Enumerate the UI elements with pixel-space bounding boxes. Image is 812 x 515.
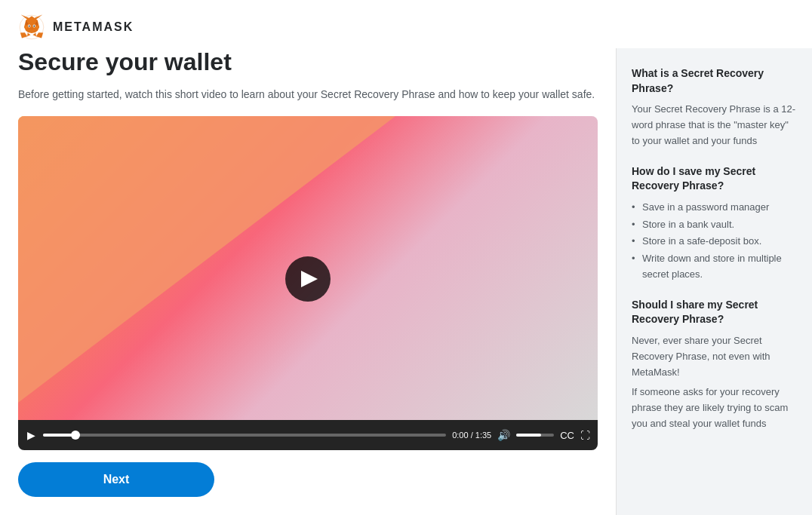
video-time-display: 0:00 / 1:35: [452, 431, 491, 440]
faq-section-what: What is a Secret Recovery Phrase? Your S…: [632, 66, 797, 149]
video-volume-fill: [516, 434, 541, 437]
faq-answer-share-2: If someone asks for your recovery phrase…: [632, 385, 797, 431]
faq-answer-share-1: Never, ever share your Secret Recovery P…: [632, 333, 797, 380]
faq-answer-what: Your Secret Recovery Phrase is a 12-word…: [632, 102, 797, 149]
faq-question-share: Should I share my Secret Recovery Phrase…: [632, 298, 797, 327]
video-play-button[interactable]: [285, 256, 331, 302]
page-title: Secure your wallet: [18, 48, 598, 76]
video-progress-thumb: [71, 431, 80, 440]
svg-marker-6: [27, 33, 30, 37]
video-cc-button[interactable]: CC: [560, 430, 574, 441]
metamask-logo-icon: [18, 14, 45, 41]
next-button[interactable]: Next: [18, 462, 214, 497]
left-panel: Secure your wallet Before getting starte…: [0, 48, 616, 515]
faq-section-share: Should I share my Secret Recovery Phrase…: [632, 298, 797, 432]
faq-list-how: Save in a password manager Store in a ba…: [632, 200, 797, 283]
video-controls-bar: ▶ 0:00 / 1:35 🔊 CC ⛶: [18, 420, 598, 450]
faq-section-how: How do I save my Secret Recovery Phrase?…: [632, 164, 797, 283]
list-item-safe-deposit: Store in a safe-deposit box.: [632, 234, 797, 250]
video-player[interactable]: ▶ 0:00 / 1:35 🔊 CC ⛶: [18, 116, 598, 450]
svg-marker-3: [20, 32, 27, 38]
list-item-password: Save in a password manager: [632, 200, 797, 216]
faq-question-what: What is a Secret Recovery Phrase?: [632, 66, 797, 96]
video-volume-icon[interactable]: 🔊: [497, 429, 510, 441]
video-current-time: 0:00: [452, 431, 468, 440]
main-layout: Secure your wallet Before getting starte…: [0, 48, 812, 515]
right-panel: What is a Secret Recovery Phrase? Your S…: [616, 48, 812, 515]
list-item-write-down: Write down and store in multiple secret …: [632, 251, 797, 283]
video-play-pause-button[interactable]: ▶: [26, 428, 37, 443]
svg-marker-2: [36, 32, 43, 38]
page-subtitle: Before getting started, watch this short…: [18, 87, 598, 103]
video-volume-bar[interactable]: [516, 434, 554, 437]
play-icon: [301, 271, 318, 287]
list-item-bank-vault: Store in a bank vault.: [632, 217, 797, 233]
video-time-separator: /: [471, 431, 473, 440]
video-progress-bar[interactable]: [43, 434, 446, 437]
video-total-time: 1:35: [475, 431, 491, 440]
svg-point-12: [33, 26, 35, 27]
logo-text: METAMASK: [53, 20, 134, 34]
header: METAMASK: [0, 0, 812, 48]
svg-marker-7: [33, 33, 36, 37]
video-fullscreen-button[interactable]: ⛶: [580, 430, 590, 441]
faq-question-how: How do I save my Secret Recovery Phrase?: [632, 164, 797, 194]
svg-point-11: [29, 26, 30, 27]
